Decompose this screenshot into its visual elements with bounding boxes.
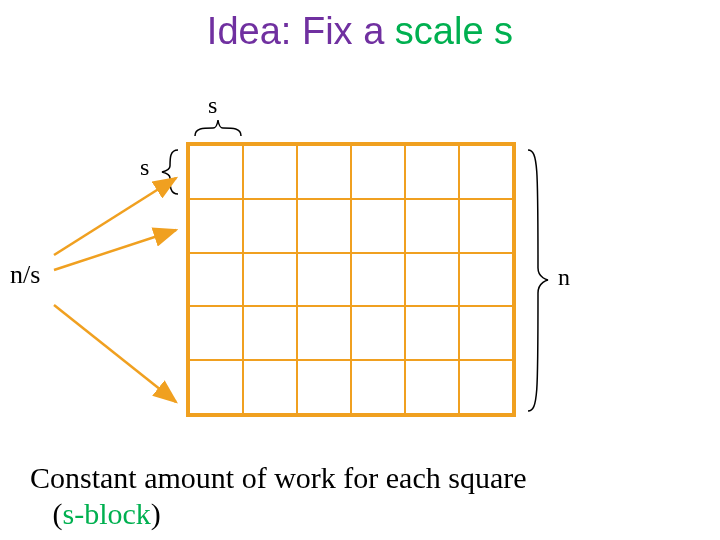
svg-line-0 — [54, 178, 176, 255]
grid-cell — [189, 145, 243, 199]
footer-line1: Constant amount of work for each square — [30, 461, 527, 494]
title-part2: scale s — [395, 10, 513, 52]
grid-cell — [459, 360, 513, 414]
grid-cell — [459, 306, 513, 360]
grid-cell — [243, 145, 297, 199]
grid-cell — [351, 145, 405, 199]
grid-cell — [351, 199, 405, 253]
footer-text: Constant amount of work for each square … — [30, 460, 690, 532]
grid-cell — [405, 360, 459, 414]
grid-cell — [189, 360, 243, 414]
grid — [186, 142, 516, 417]
svg-line-2 — [54, 305, 176, 402]
grid-cell — [405, 253, 459, 307]
grid-cell — [297, 360, 351, 414]
grid-cell — [405, 199, 459, 253]
arrows-icon — [36, 170, 186, 410]
label-n-right: n — [558, 264, 570, 291]
grid-cell — [243, 199, 297, 253]
footer-close: ) — [151, 497, 161, 530]
title-part1: Idea: Fix a — [207, 10, 395, 52]
grid-cell — [459, 253, 513, 307]
grid-cell — [243, 360, 297, 414]
grid-cell — [351, 360, 405, 414]
grid-cell — [297, 306, 351, 360]
grid-cell — [351, 253, 405, 307]
grid-cell — [243, 253, 297, 307]
grid-cell — [351, 306, 405, 360]
brace-top-icon — [193, 118, 243, 138]
grid-cell — [405, 145, 459, 199]
footer-open: ( — [53, 497, 63, 530]
grid-cell — [189, 199, 243, 253]
footer-sblock: s-block — [63, 497, 151, 530]
grid-cell — [297, 145, 351, 199]
grid-cell — [459, 145, 513, 199]
grid-cell — [189, 253, 243, 307]
grid-cell — [189, 306, 243, 360]
label-s-top: s — [208, 92, 217, 119]
grid-cell — [459, 199, 513, 253]
grid-cell — [405, 306, 459, 360]
grid-cell — [243, 306, 297, 360]
grid-cell — [297, 199, 351, 253]
slide-title: Idea: Fix a scale s — [0, 10, 720, 53]
brace-right-icon — [524, 148, 550, 413]
grid-cell — [297, 253, 351, 307]
svg-line-1 — [54, 230, 176, 270]
